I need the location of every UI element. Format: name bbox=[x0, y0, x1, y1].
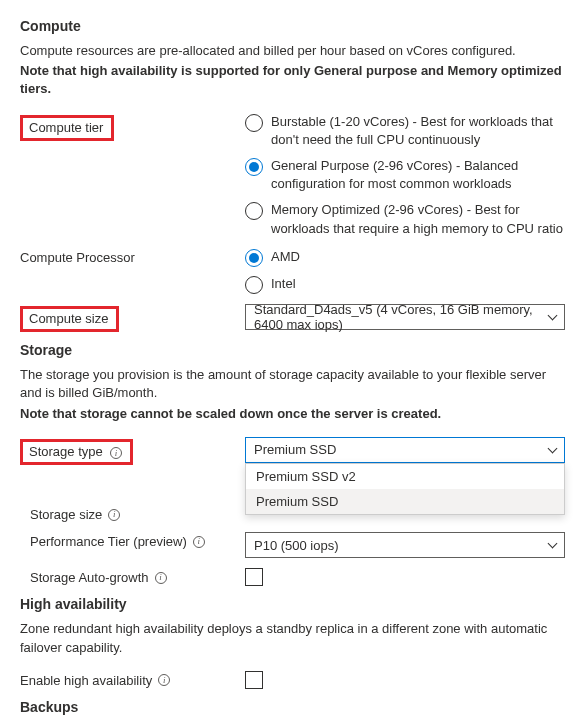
storage-type-value: Premium SSD bbox=[254, 442, 336, 457]
processor-amd-label: AMD bbox=[271, 248, 565, 266]
storage-type-option-ssdv2[interactable]: Premium SSD v2 bbox=[246, 464, 564, 489]
info-icon[interactable]: i bbox=[110, 447, 122, 459]
storage-type-dropdown: Premium SSD v2 Premium SSD bbox=[245, 463, 565, 515]
processor-amd[interactable]: AMD bbox=[245, 248, 565, 267]
storage-note: Note that storage cannot be scaled down … bbox=[20, 405, 565, 423]
enable-ha-checkbox[interactable] bbox=[245, 671, 263, 689]
enable-ha-label: Enable high availability bbox=[20, 673, 152, 688]
storage-type-label-box: Storage type i bbox=[20, 439, 133, 466]
storage-autogrowth-checkbox[interactable] bbox=[245, 568, 263, 586]
compute-processor-label: Compute Processor bbox=[20, 250, 135, 265]
performance-tier-value: P10 (500 iops) bbox=[254, 538, 339, 553]
compute-desc: Compute resources are pre-allocated and … bbox=[20, 42, 565, 60]
info-icon[interactable]: i bbox=[108, 509, 120, 521]
processor-intel-label: Intel bbox=[271, 275, 565, 293]
tier-general-purpose-label: General Purpose (2-96 vCores) - Balanced… bbox=[271, 157, 565, 193]
storage-heading: Storage bbox=[20, 342, 565, 358]
ha-desc: Zone redundant high availability deploys… bbox=[20, 620, 565, 656]
compute-heading: Compute bbox=[20, 18, 565, 34]
chevron-down-icon bbox=[548, 310, 558, 320]
processor-intel[interactable]: Intel bbox=[245, 275, 565, 294]
chevron-down-icon bbox=[548, 443, 558, 453]
storage-desc: The storage you provision is the amount … bbox=[20, 366, 565, 402]
compute-tier-label: Compute tier bbox=[20, 115, 114, 142]
tier-memory-optimized-label: Memory Optimized (2-96 vCores) - Best fo… bbox=[271, 201, 565, 237]
storage-type-select[interactable]: Premium SSD bbox=[245, 437, 565, 463]
performance-tier-select[interactable]: P10 (500 iops) bbox=[245, 532, 565, 558]
backups-heading: Backups bbox=[20, 699, 565, 715]
storage-autogrowth-label: Storage Auto-growth bbox=[30, 570, 149, 585]
radio-icon bbox=[245, 276, 263, 294]
radio-icon bbox=[245, 114, 263, 132]
chevron-down-icon bbox=[548, 539, 558, 549]
storage-type-label: Storage type bbox=[29, 444, 103, 459]
compute-size-label: Compute size bbox=[20, 306, 119, 333]
tier-burstable[interactable]: Burstable (1-20 vCores) - Best for workl… bbox=[245, 113, 565, 149]
compute-size-value: Standard_D4ads_v5 (4 vCores, 16 GiB memo… bbox=[254, 302, 549, 332]
tier-general-purpose[interactable]: General Purpose (2-96 vCores) - Balanced… bbox=[245, 157, 565, 193]
compute-size-select[interactable]: Standard_D4ads_v5 (4 vCores, 16 GiB memo… bbox=[245, 304, 565, 330]
performance-tier-label: Performance Tier (preview) bbox=[30, 534, 187, 549]
compute-note: Note that high availability is supported… bbox=[20, 62, 565, 98]
radio-icon bbox=[245, 249, 263, 267]
tier-memory-optimized[interactable]: Memory Optimized (2-96 vCores) - Best fo… bbox=[245, 201, 565, 237]
storage-size-label: Storage size bbox=[30, 507, 102, 522]
ha-heading: High availability bbox=[20, 596, 565, 612]
info-icon[interactable]: i bbox=[193, 536, 205, 548]
radio-icon bbox=[245, 202, 263, 220]
radio-icon bbox=[245, 158, 263, 176]
storage-type-option-ssd[interactable]: Premium SSD bbox=[246, 489, 564, 514]
info-icon[interactable]: i bbox=[155, 572, 167, 584]
tier-burstable-label: Burstable (1-20 vCores) - Best for workl… bbox=[271, 113, 565, 149]
info-icon[interactable]: i bbox=[158, 674, 170, 686]
